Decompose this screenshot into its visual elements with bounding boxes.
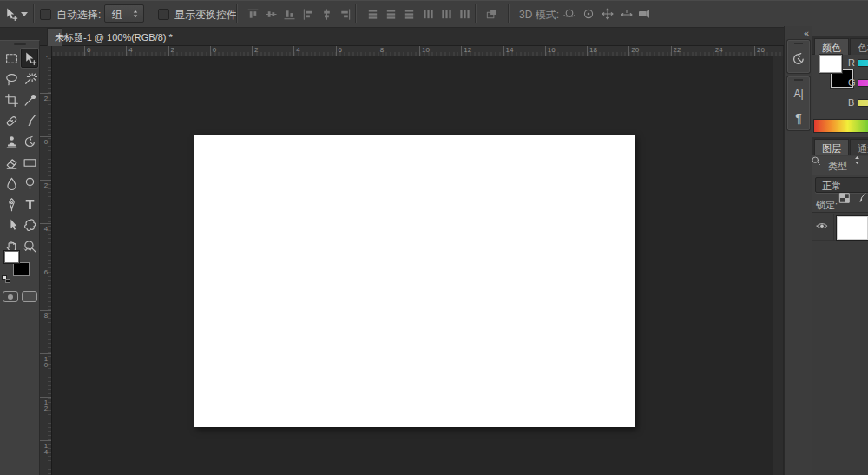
tool-history-brush[interactable] — [21, 132, 38, 151]
3d-slide-icon[interactable] — [620, 7, 634, 21]
screen-mode-button[interactable] — [22, 291, 37, 302]
tool-custom-shape[interactable] — [21, 215, 38, 234]
ruler-label: 22 — [674, 47, 681, 54]
default-colors-icon[interactable] — [2, 275, 11, 284]
3d-scale-icon[interactable] — [637, 7, 651, 21]
align-right-icon[interactable] — [338, 7, 352, 21]
align-left-icon[interactable] — [301, 7, 315, 21]
quick-mask-button[interactable] — [3, 291, 18, 302]
tool-dodge[interactable] — [21, 174, 38, 193]
blend-mode-dropdown[interactable]: 正常 — [815, 177, 868, 193]
tool-lasso[interactable] — [3, 69, 20, 89]
tool-gradient[interactable] — [21, 153, 38, 172]
layer-row[interactable] — [812, 214, 868, 241]
layer-thumbnail[interactable] — [838, 217, 867, 239]
channel-label-G: G — [848, 77, 857, 88]
tool-eraser[interactable] — [3, 153, 20, 172]
collapse-dock-icon[interactable]: « — [804, 29, 808, 38]
ruler-major-tick — [40, 310, 52, 311]
vertical-ruler[interactable]: 42024681 01 21 4 — [40, 56, 52, 475]
tab-swatches[interactable]: 色板 — [850, 38, 868, 55]
divider — [833, 214, 834, 241]
tool-healing-brush[interactable] — [3, 111, 20, 130]
layer-visibility-eye-icon[interactable] — [815, 221, 829, 232]
channel-label-B: B — [848, 97, 857, 108]
paragraph-panel-icon[interactable]: ¶ — [788, 106, 809, 130]
tool-magic-wand[interactable] — [21, 69, 38, 89]
tab-layers[interactable]: 图层 — [814, 139, 849, 155]
color-panel-foreground-swatch[interactable] — [819, 55, 842, 73]
tool-path-selection[interactable] — [3, 215, 20, 234]
dock-strip: « A| ¶ — [784, 26, 812, 475]
align-v-center-icon[interactable] — [264, 7, 278, 21]
layers-filter-kind-label[interactable]: 类型 — [828, 160, 847, 173]
tool-move[interactable] — [21, 49, 38, 68]
dock-grip[interactable] — [794, 79, 803, 81]
auto-align-icon[interactable] — [484, 7, 498, 21]
show-transform-checkbox[interactable] — [158, 9, 169, 20]
align-h-center-icon[interactable] — [319, 7, 333, 21]
auto-select-checkbox[interactable] — [40, 9, 51, 20]
ruler-origin-corner[interactable] — [40, 46, 52, 56]
tool-brush[interactable] — [21, 111, 38, 130]
document-area[interactable] — [52, 56, 783, 475]
swap-colors-icon[interactable] — [23, 246, 34, 256]
tool-pen[interactable] — [3, 195, 20, 214]
ruler-label: 0 — [213, 47, 216, 54]
distribute-top-icon[interactable] — [365, 7, 379, 21]
channel-slider-G[interactable] — [858, 79, 868, 87]
3d-pan-icon[interactable] — [601, 7, 615, 21]
auto-select-dropdown[interactable]: 组 — [104, 4, 144, 23]
ruler-label: 1 4 — [42, 443, 50, 455]
ruler-label: 4 — [42, 56, 50, 58]
dock-grip[interactable] — [794, 43, 803, 44]
right-panel-dock: 颜色 色板 RGB 图层 通道 类型 正常 锁定: — [812, 26, 868, 475]
distribute-v-center-icon[interactable] — [384, 7, 398, 21]
photoshop-window: 自动选择: 组 显示变换控件 3D 模式: 未标题-1 @ 100%(RGB/8… — [0, 0, 868, 475]
tab-close-icon[interactable]: × — [62, 31, 67, 42]
canvas[interactable] — [194, 135, 635, 427]
distribute-right-icon[interactable] — [457, 7, 471, 21]
document-tab[interactable]: 未标题-1 @ 100%(RGB/8) *× — [47, 28, 62, 46]
tool-type[interactable] — [21, 195, 38, 214]
tool-crop[interactable] — [3, 90, 20, 109]
background-color-swatch[interactable] — [13, 262, 30, 276]
ruler-major-tick — [40, 180, 52, 181]
ruler-major-tick — [587, 46, 588, 56]
channel-slider-R[interactable] — [858, 59, 868, 67]
ruler-major-tick — [210, 46, 211, 56]
align-top-icon[interactable] — [246, 7, 260, 21]
align-bottom-icon[interactable] — [282, 7, 296, 21]
ruler-major-tick — [545, 46, 546, 56]
move-tool-preset-icon[interactable] — [3, 7, 17, 21]
tool-clone-stamp[interactable] — [3, 132, 20, 151]
character-panel-icon[interactable]: A| — [788, 82, 809, 106]
tab-color[interactable]: 颜色 — [814, 38, 849, 55]
distribute-bottom-icon[interactable] — [402, 7, 416, 21]
panel-grip[interactable] — [14, 43, 26, 45]
distribute-left-icon[interactable] — [421, 7, 435, 21]
ruler-major-tick — [461, 46, 462, 56]
tool-preset-caret-icon[interactable] — [21, 12, 28, 16]
horizontal-ruler[interactable]: 64202468101214161820222426 — [52, 46, 783, 56]
ruler-label: 1 0 — [42, 356, 50, 368]
ruler-label: 10 — [422, 47, 430, 54]
ruler-major-tick — [754, 46, 755, 56]
tool-eyedropper[interactable] — [21, 90, 38, 109]
ruler-label: 2 — [171, 47, 174, 54]
tab-channels[interactable]: 通道 — [850, 139, 868, 155]
tool-rectangular-marquee[interactable] — [3, 49, 20, 68]
vertical-scrollbar[interactable] — [773, 56, 783, 475]
ruler-label: 2 — [42, 182, 50, 188]
color-spectrum-ramp[interactable] — [813, 119, 868, 133]
distribute-h-center-icon[interactable] — [439, 7, 453, 21]
3d-roll-icon[interactable] — [582, 7, 595, 21]
ruler-label: 26 — [757, 47, 765, 54]
history-panel-icon[interactable] — [788, 47, 809, 71]
channel-slider-B[interactable] — [858, 99, 868, 107]
tool-blur[interactable] — [3, 174, 20, 193]
dropdown-stepper-icon — [130, 8, 141, 20]
tools-panel — [0, 40, 40, 475]
3d-orbit-icon[interactable] — [562, 7, 576, 21]
foreground-color-swatch[interactable] — [3, 250, 20, 264]
